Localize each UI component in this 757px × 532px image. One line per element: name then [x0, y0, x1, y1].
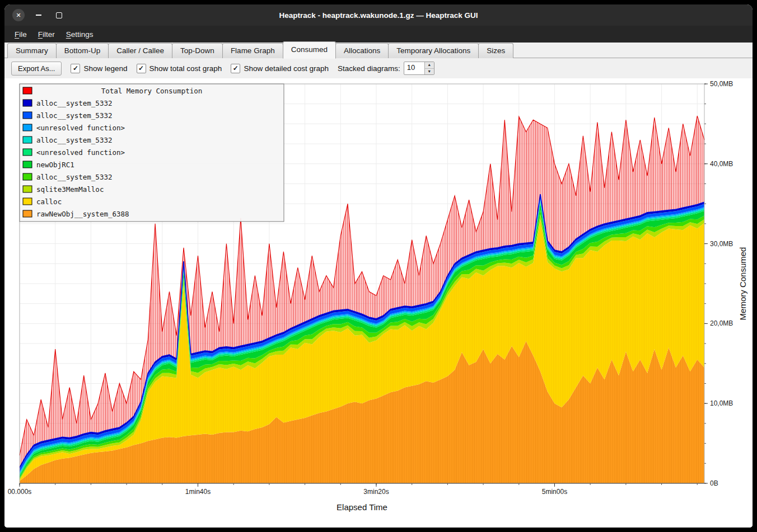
menu-item-settings[interactable]: Settings	[60, 28, 99, 41]
legend-swatch	[23, 173, 32, 180]
stacked-diagrams-label: Stacked diagrams:	[338, 64, 400, 73]
legend-title: Total Memory Consumption	[101, 87, 203, 95]
chart-area: 00.000s1min40s3min20s5min00s0B10,0MB20,0…	[4, 78, 753, 528]
legend-swatch	[23, 186, 32, 192]
legend-entry-label: <unresolved function>	[36, 148, 125, 157]
close-button[interactable]: ✕	[12, 9, 25, 21]
legend-entry-label: rawNewObj__system_6388	[36, 210, 129, 218]
minimize-button[interactable]	[32, 9, 45, 21]
tab-summary[interactable]: Summary	[7, 43, 57, 58]
y-tick-label: 0B	[710, 479, 718, 487]
stacked-diagrams-group: Stacked diagrams: 10 ▲ ▼	[338, 62, 434, 75]
titlebar: ✕ Heaptrack - heaptrack.wakunode.1.gz — …	[4, 4, 753, 26]
window-controls: ✕	[12, 4, 65, 26]
legend-swatch	[23, 112, 32, 119]
export-as-button[interactable]: Export As...	[11, 62, 62, 76]
checkbox-label: Show total cost graph	[149, 64, 222, 73]
app-window: ✕ Heaptrack - heaptrack.wakunode.1.gz — …	[4, 4, 753, 528]
y-tick-label: 50,0MB	[710, 80, 733, 88]
menu-item-filter[interactable]: Filter	[32, 28, 60, 41]
legend-entry-label: newObjRC1	[36, 161, 74, 169]
checkbox-label: Show detailed cost graph	[244, 64, 329, 73]
legend-swatch	[23, 161, 32, 168]
legend-entry-label: calloc	[36, 197, 62, 206]
tab-consumed[interactable]: Consumed	[283, 41, 336, 59]
legend-swatch	[23, 198, 32, 205]
x-tick-label: 1min40s	[185, 488, 211, 496]
menu-item-file[interactable]: File	[9, 28, 32, 41]
legend-swatch	[23, 100, 32, 106]
checkbox-group: ✓Show legend✓Show total cost graph✓Show …	[71, 64, 329, 73]
checkbox-label: Show legend	[83, 64, 127, 73]
window-title: Heaptrack - heaptrack.wakunode.1.gz — He…	[279, 11, 478, 20]
x-tick-label: 3min20s	[363, 488, 389, 496]
checkmark-icon: ✓	[137, 64, 146, 73]
checkmark-icon: ✓	[231, 64, 240, 73]
legend-swatch	[23, 124, 32, 131]
legend-entry-label: <unresolved function>	[36, 124, 125, 132]
legend-entry-label: alloc__system_5332	[36, 111, 112, 120]
legend-swatch	[23, 210, 32, 217]
x-tick-label: 00.000s	[8, 488, 32, 496]
x-axis-title: Elapsed Time	[337, 502, 387, 512]
stacked-diagrams-spinbox[interactable]: 10 ▲ ▼	[404, 62, 434, 75]
stepper-down-button[interactable]: ▼	[425, 69, 434, 75]
tab-flame-graph[interactable]: Flame Graph	[222, 43, 283, 58]
tab-temporary-allocations[interactable]: Temporary Allocations	[388, 43, 479, 58]
toolbar: Export As... ✓Show legend✓Show total cos…	[4, 58, 753, 78]
stacked-diagrams-value[interactable]: 10	[404, 62, 424, 74]
legend-entry-label: alloc__system_5332	[36, 173, 112, 181]
x-tick-label: 5min00s	[542, 488, 567, 496]
checkbox-show-total-cost-graph[interactable]: ✓Show total cost graph	[137, 64, 222, 73]
y-tick-label: 30,0MB	[710, 240, 733, 248]
legend-swatch	[23, 136, 32, 143]
checkbox-show-detailed-cost-graph[interactable]: ✓Show detailed cost graph	[231, 64, 329, 73]
menubar: FileFilterSettings	[4, 26, 753, 43]
legend-swatch	[23, 149, 32, 156]
checkmark-icon: ✓	[71, 64, 80, 73]
tab-allocations[interactable]: Allocations	[335, 43, 389, 58]
y-tick-label: 20,0MB	[710, 319, 733, 327]
legend-entry-label: alloc__system_5332	[36, 136, 112, 144]
maximize-button[interactable]	[53, 9, 65, 21]
tabbar: SummaryBottom-UpCaller / CalleeTop-DownF…	[4, 43, 753, 58]
tab-top-down[interactable]: Top-Down	[172, 43, 223, 58]
legend-entry-label: alloc__system_5332	[36, 99, 112, 107]
legend-swatch	[23, 87, 32, 94]
stepper-up-button[interactable]: ▲	[425, 62, 434, 69]
y-axis-title: Memory Consumed	[738, 247, 747, 321]
tab-caller-callee[interactable]: Caller / Callee	[108, 43, 172, 58]
tab-sizes[interactable]: Sizes	[478, 43, 513, 58]
memory-consumption-chart[interactable]: 00.000s1min40s3min20s5min00s0B10,0MB20,0…	[4, 78, 753, 528]
y-tick-label: 40,0MB	[710, 160, 733, 168]
tab-bottom-up[interactable]: Bottom-Up	[56, 43, 109, 58]
chart-legend: Total Memory Consumptionalloc__system_53…	[20, 84, 284, 222]
checkbox-show-legend[interactable]: ✓Show legend	[71, 64, 127, 73]
legend-entry-label: sqlite3MemMalloc	[36, 185, 104, 194]
y-tick-label: 10,0MB	[710, 399, 733, 407]
